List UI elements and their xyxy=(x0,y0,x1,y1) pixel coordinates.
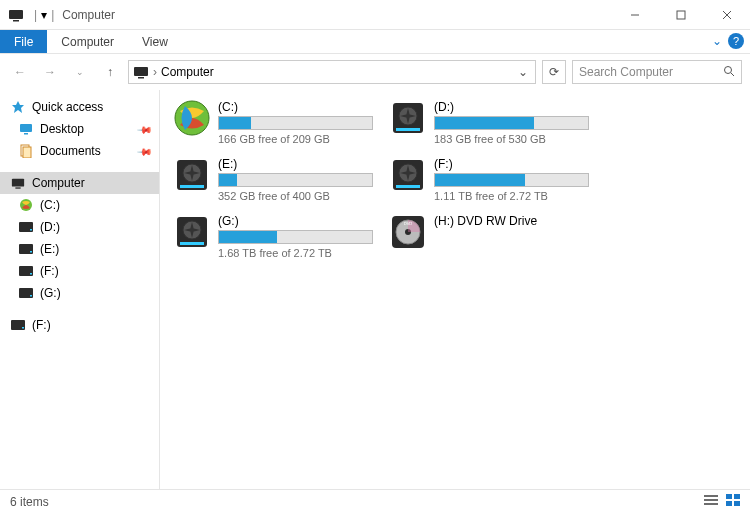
documents-icon xyxy=(18,143,34,159)
capacity-bar xyxy=(218,116,373,130)
sidebar-item-label: (E:) xyxy=(40,242,59,256)
hdd-icon xyxy=(174,214,210,250)
drive-item[interactable]: DVD(H:) DVD RW Drive xyxy=(390,214,590,259)
svg-rect-25 xyxy=(30,295,32,297)
address-dropdown[interactable]: ⌄ xyxy=(515,65,531,79)
sidebar-item-documents[interactable]: Documents 📌 xyxy=(0,140,159,162)
svg-rect-53 xyxy=(704,503,718,505)
sidebar-computer[interactable]: Computer xyxy=(0,172,159,194)
recent-dropdown[interactable]: ⌄ xyxy=(68,60,92,84)
svg-rect-7 xyxy=(138,77,144,79)
sidebar-drive-f[interactable]: (F:) xyxy=(0,260,159,282)
svg-rect-12 xyxy=(24,133,28,135)
tab-computer[interactable]: Computer xyxy=(47,30,128,53)
minimize-button[interactable] xyxy=(612,0,658,30)
drive-icon xyxy=(18,219,34,235)
window-title: Computer xyxy=(62,8,115,22)
close-button[interactable] xyxy=(704,0,750,30)
windows-orb-icon xyxy=(18,197,34,213)
svg-rect-41 xyxy=(396,185,420,188)
drive-item[interactable]: (E:)352 GB free of 400 GB xyxy=(174,157,374,202)
sidebar-item-label: (D:) xyxy=(40,220,60,234)
drive-label: (H:) DVD RW Drive xyxy=(434,214,590,228)
nav-bar: ← → ⌄ ↑ › Computer ⌄ ⟳ Search Computer xyxy=(0,54,750,90)
drive-label: (G:) xyxy=(218,214,374,228)
svg-rect-37 xyxy=(180,185,204,188)
qat-separator: | xyxy=(34,8,37,22)
breadcrumb-computer[interactable]: Computer xyxy=(161,65,214,79)
capacity-bar xyxy=(434,116,589,130)
app-icon xyxy=(8,7,24,23)
hdd-icon xyxy=(390,157,426,193)
svg-rect-11 xyxy=(20,124,32,132)
star-icon xyxy=(10,99,26,115)
computer-icon xyxy=(10,175,26,191)
pin-icon: 📌 xyxy=(137,143,153,159)
status-text: 6 items xyxy=(10,495,49,509)
sidebar-drive-f-extra[interactable]: (F:) xyxy=(0,314,159,336)
drive-item[interactable]: (G:)1.68 TB free of 2.72 TB xyxy=(174,214,374,259)
back-button[interactable]: ← xyxy=(8,60,32,84)
sidebar-item-desktop[interactable]: Desktop 📌 xyxy=(0,118,159,140)
main-pane: (C:)166 GB free of 209 GB(D:)183 GB free… xyxy=(160,90,750,489)
search-placeholder: Search Computer xyxy=(579,65,723,79)
forward-button[interactable]: → xyxy=(38,60,62,84)
ribbon-collapse-icon[interactable]: ⌄ xyxy=(712,34,722,48)
svg-rect-23 xyxy=(30,273,32,275)
svg-marker-10 xyxy=(12,101,24,113)
sidebar-item-label: Documents xyxy=(40,144,101,158)
dvd-icon: DVD xyxy=(390,214,426,250)
sidebar-item-label: (G:) xyxy=(40,286,61,300)
content-area: Quick access Desktop 📌 Documents 📌 Compu… xyxy=(0,90,750,489)
svg-rect-57 xyxy=(734,501,740,506)
drive-item[interactable]: (F:)1.11 TB free of 2.72 TB xyxy=(390,157,590,202)
svg-rect-45 xyxy=(180,242,204,245)
address-bar[interactable]: › Computer ⌄ xyxy=(128,60,536,84)
svg-text:DVD: DVD xyxy=(404,221,413,226)
sidebar-item-label: Computer xyxy=(32,176,85,190)
computer-icon xyxy=(133,64,149,80)
svg-line-9 xyxy=(731,73,734,76)
svg-rect-16 xyxy=(15,187,20,188)
sidebar-item-label: (F:) xyxy=(32,318,51,332)
svg-point-8 xyxy=(725,66,732,73)
drive-item[interactable]: (C:)166 GB free of 209 GB xyxy=(174,100,374,145)
search-box[interactable]: Search Computer xyxy=(572,60,742,84)
maximize-button[interactable] xyxy=(658,0,704,30)
svg-rect-19 xyxy=(30,229,32,231)
sidebar-drive-d[interactable]: (D:) xyxy=(0,216,159,238)
svg-rect-0 xyxy=(9,10,23,19)
sidebar-drive-g[interactable]: (G:) xyxy=(0,282,159,304)
sidebar-item-label: Desktop xyxy=(40,122,84,136)
drive-free-text: 1.68 TB free of 2.72 TB xyxy=(218,247,374,259)
drive-free-text: 352 GB free of 400 GB xyxy=(218,190,374,202)
drive-item[interactable]: (D:)183 GB free of 530 GB xyxy=(390,100,590,145)
tab-file[interactable]: File xyxy=(0,30,47,53)
svg-rect-1 xyxy=(13,20,19,22)
sidebar-drive-c[interactable]: (C:) xyxy=(0,194,159,216)
view-details-button[interactable] xyxy=(704,494,718,509)
sidebar-quick-access[interactable]: Quick access xyxy=(0,96,159,118)
qat-dropdown[interactable]: ▾ xyxy=(41,8,47,22)
svg-rect-56 xyxy=(726,501,732,506)
svg-rect-3 xyxy=(677,11,685,19)
drive-label: (D:) xyxy=(434,100,590,114)
svg-rect-55 xyxy=(734,494,740,499)
sidebar-item-label: (F:) xyxy=(40,264,59,278)
svg-rect-14 xyxy=(23,147,31,158)
drive-label: (F:) xyxy=(434,157,590,171)
up-button[interactable]: ↑ xyxy=(98,60,122,84)
window-controls xyxy=(612,0,750,30)
sidebar: Quick access Desktop 📌 Documents 📌 Compu… xyxy=(0,90,160,489)
svg-rect-15 xyxy=(12,179,24,187)
sidebar-item-label: Quick access xyxy=(32,100,103,114)
svg-rect-51 xyxy=(704,495,718,497)
sidebar-drive-e[interactable]: (E:) xyxy=(0,238,159,260)
drive-label: (E:) xyxy=(218,157,374,171)
capacity-bar xyxy=(434,173,589,187)
refresh-button[interactable]: ⟳ xyxy=(542,60,566,84)
drive-label: (C:) xyxy=(218,100,374,114)
tab-view[interactable]: View xyxy=(128,30,182,53)
view-large-icons-button[interactable] xyxy=(726,494,740,509)
help-button[interactable]: ? xyxy=(728,33,744,49)
